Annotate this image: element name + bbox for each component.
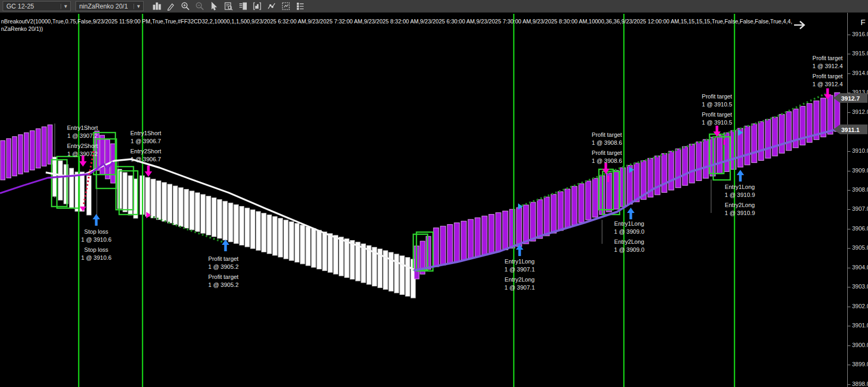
- renko-down-bar: [151, 179, 156, 218]
- regression-channel-icon[interactable]: [267, 2, 277, 11]
- trade-label-line: 1 @ 3906.7: [130, 137, 161, 145]
- renko-up-bar: [544, 197, 549, 236]
- renko-down-bar: [195, 193, 200, 232]
- renko-down-bar: [184, 190, 189, 228]
- drawing-tools-icon[interactable]: [166, 2, 176, 11]
- renko-down-bar: [306, 227, 311, 266]
- renko-up-bar: [586, 181, 591, 220]
- renko-up-bar: [461, 221, 466, 260]
- price-tick-label: 3910.0: [848, 147, 868, 154]
- trade-label-line: 1 @ 3910.6: [81, 236, 111, 244]
- renko-down-bar: [405, 258, 410, 297]
- trade-label-line: Stop loss: [81, 228, 111, 236]
- snapshot-icon[interactable]: [281, 2, 291, 11]
- renko-down-bar: [223, 201, 228, 240]
- renko-up-bar: [558, 192, 563, 230]
- renko-up-bar: [572, 186, 577, 225]
- renko-down-bar: [350, 241, 355, 279]
- price-tick-label: 3898.0: [848, 381, 868, 387]
- renko-down-bar: [80, 172, 85, 211]
- renko-up-bar: [12, 137, 17, 176]
- renko-up-bar: [454, 223, 460, 262]
- trade-label-line: Stop loss: [81, 246, 111, 254]
- trade-label: Entry1Long1 @ 3907.1Entry2Long1 @ 3907.1: [504, 258, 535, 294]
- price-marker-tag: 3911.1: [833, 125, 867, 135]
- renko-up-bar: [689, 144, 695, 183]
- sell-arrow-icon: [145, 166, 152, 177]
- instrument-selector[interactable]: GC 12-25 ▼: [3, 1, 71, 11]
- series-interval-selector[interactable]: ninZaRenko 20/1 ▼: [76, 1, 144, 11]
- go-to-latest-bar-icon[interactable]: [793, 19, 807, 31]
- trade-label-line: 1 @ 3910.5: [702, 119, 732, 127]
- chevron-down-icon[interactable]: ▼: [133, 4, 143, 9]
- renko-down-bar: [145, 177, 150, 216]
- trade-label: Profit target1 @ 3912.4Profit target1 @ …: [812, 54, 842, 90]
- renko-up-bar: [426, 236, 431, 269]
- renko-down-bar: [273, 217, 278, 256]
- renko-down-bar: [317, 230, 322, 269]
- chart-style-icon[interactable]: [152, 2, 162, 11]
- renko-up-bar: [105, 139, 110, 179]
- renko-down-bar: [289, 221, 294, 260]
- renko-up-bar: [440, 226, 446, 265]
- trade-label: Entry1Long1 @ 3910.9Entry2Long1 @ 3910.9: [724, 183, 755, 219]
- price-axis[interactable]: 3916.03915.03914.03913.03912.03910.03909…: [847, 13, 868, 387]
- renko-down-bar: [262, 213, 266, 252]
- renko-down-bar: [190, 191, 195, 230]
- renko-up-bar: [696, 142, 702, 180]
- renko-down-bar: [333, 235, 338, 274]
- price-tick-label: 3907.0: [848, 205, 868, 212]
- renko-up-bar: [18, 135, 23, 174]
- renko-up-bar: [100, 135, 105, 175]
- trade-label-line: 1 @ 3907.1: [504, 266, 535, 274]
- renko-up-bar: [551, 194, 556, 233]
- cursor-icon[interactable]: [210, 2, 219, 11]
- renko-up-bar: [786, 112, 791, 151]
- panels-icon[interactable]: [238, 2, 248, 11]
- renko-up-bar: [516, 208, 522, 246]
- renko-up-bar: [772, 117, 778, 156]
- trade-label-line: 1 @ 3910.6: [81, 254, 111, 262]
- renko-up-bar: [447, 225, 453, 264]
- renko-up-bar: [793, 109, 798, 148]
- trade-label-line: 1 @ 3910.5: [702, 101, 732, 109]
- series-interval-label: ninZaRenko 20/1: [76, 3, 133, 10]
- trade-label-line: Entry1Long: [614, 220, 644, 228]
- renko-up-bar: [36, 129, 41, 168]
- price-tick-label: 3901.0: [848, 322, 868, 328]
- renko-up-bar: [592, 178, 598, 217]
- fill-marker: [723, 139, 725, 145]
- renko-up-bar: [468, 219, 473, 258]
- toolbar-icons: [152, 2, 305, 11]
- renko-up-bar: [758, 121, 764, 160]
- trade-label-line: Profit target: [591, 149, 622, 157]
- trade-label-line: Profit target: [812, 72, 842, 80]
- renko-up-bar: [523, 205, 529, 244]
- renko-up-bar: [828, 95, 833, 134]
- renko-down-bar: [70, 168, 74, 208]
- renko-down-bar: [251, 210, 255, 249]
- renko-down-bar: [328, 234, 333, 273]
- renko-up-bar: [565, 189, 570, 228]
- renko-down-bar: [339, 237, 344, 276]
- renko-up-bar: [669, 151, 674, 190]
- renko-up-bar: [475, 218, 480, 257]
- renko-up-bar: [779, 114, 784, 153]
- renko-down-bar: [123, 172, 127, 212]
- renko-up-bar: [503, 211, 508, 250]
- trade-label-line: Entry1Short: [130, 129, 161, 137]
- data-box-icon[interactable]: [224, 2, 233, 11]
- renko-down-bar: [162, 183, 167, 221]
- chevron-down-icon[interactable]: ▼: [61, 4, 70, 9]
- price-tick-label: 3916.0: [848, 31, 868, 37]
- renko-down-bar: [234, 204, 239, 243]
- price-tick-label: 3912.0: [848, 109, 868, 115]
- renko-up-bar: [489, 215, 494, 253]
- market-analyzer-icon[interactable]: [296, 2, 305, 11]
- price-marker-tag: 3912.7: [833, 93, 867, 103]
- trade-label-line: Profit target: [812, 54, 842, 62]
- chart-in-brackets-icon[interactable]: [253, 2, 262, 11]
- corner-label[interactable]: F: [861, 18, 865, 27]
- renko-down-bar: [267, 215, 272, 254]
- zoom-in-icon[interactable]: [181, 2, 190, 11]
